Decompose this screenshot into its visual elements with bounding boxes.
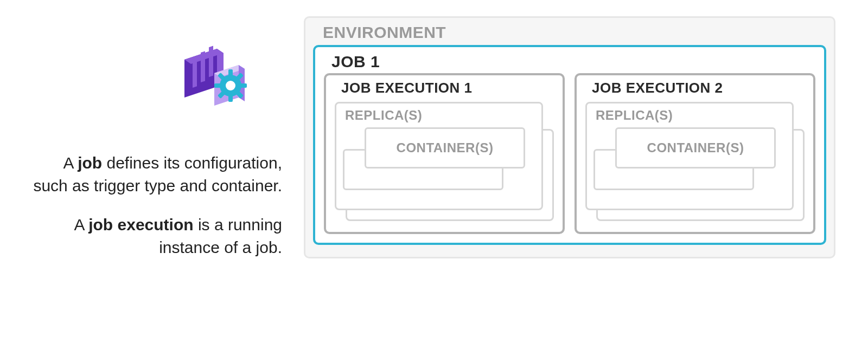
architecture-diagram: ENVIRONMENT JOB 1 JOB EXECUTION 1 REPLIC… [304,16,846,258]
icon-wrap [33,43,282,114]
job-box: JOB 1 JOB EXECUTION 1 REPLICA(S) [313,45,826,245]
environment-label: ENVIRONMENT [313,18,826,44]
job-label: JOB 1 [322,47,818,73]
svg-point-18 [226,81,235,90]
bold-job-execution: job execution [88,216,193,234]
text: A [63,154,78,172]
job-execution-box-1: JOB EXECUTION 1 REPLICA(S) CONTAINER(S) [324,73,565,234]
container-label: CONTAINER(S) [647,140,744,155]
executions-row: JOB EXECUTION 1 REPLICA(S) CONTAINER(S) [322,73,818,234]
container-stack: CONTAINER(S) [593,127,787,192]
replica-label: REPLICA(S) [593,107,787,125]
replica-stack: REPLICA(S) CONTAINER(S) [335,102,554,221]
svg-rect-5 [209,46,213,77]
container-stack: CONTAINER(S) [343,127,536,192]
replica-box-front: REPLICA(S) CONTAINER(S) [585,102,794,210]
container-label: CONTAINER(S) [397,140,494,155]
job-execution-label: JOB EXECUTION 2 [582,75,808,99]
job-execution-label: JOB EXECUTION 1 [331,75,557,99]
description-text: A job defines its configuration, such as… [33,152,282,259]
container-box-front: CONTAINER(S) [365,127,525,168]
environment-box: ENVIRONMENT JOB 1 JOB EXECUTION 1 REPLIC… [304,16,835,258]
text: A [74,216,89,234]
replica-stack: REPLICA(S) CONTAINER(S) [585,102,805,221]
bold-job: job [78,154,102,172]
description-paragraph-2: A job execution is a running instance of… [33,213,282,259]
replica-box-front: REPLICA(S) CONTAINER(S) [335,102,543,210]
container-box-front: CONTAINER(S) [615,127,776,168]
description-paragraph-1: A job defines its configuration, such as… [33,152,282,197]
svg-rect-3 [193,56,197,88]
left-column: A job defines its configuration, such as… [33,43,282,275]
replica-label: REPLICA(S) [343,107,536,125]
svg-rect-4 [201,51,205,82]
job-execution-box-2: JOB EXECUTION 2 REPLICA(S) CONTAINER(S) [575,73,815,234]
diagram-canvas: A job defines its configuration, such as… [0,0,868,350]
container-app-job-icon [179,43,260,114]
